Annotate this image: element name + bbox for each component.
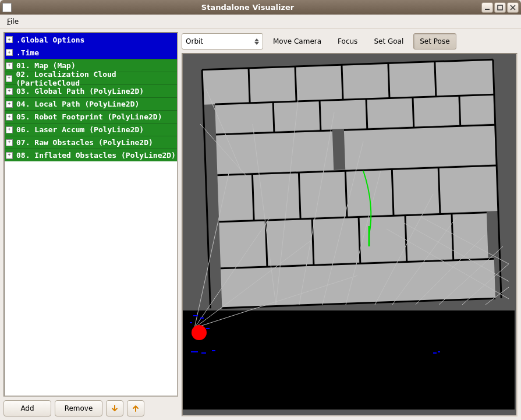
add-button[interactable]: Add (3, 400, 51, 417)
tree-row-label: 01. Map (Map) (16, 61, 76, 70)
tree-row-label: 06. Laser Accum (PolyLine2D) (16, 125, 144, 134)
expand-icon[interactable]: + (6, 114, 13, 121)
tree-row[interactable]: +05. Robot Footprint (PolyLine2D) (5, 110, 177, 123)
tree-row-label: 07. Raw Obstacles (PolyLine2D) (16, 138, 153, 147)
tree-row[interactable]: +04. Local Path (PolyLine2D) (5, 97, 177, 110)
set-pose-button[interactable]: Set Pose (413, 33, 456, 50)
tree-row-label: 02. Localization Cloud (ParticleCloud (16, 70, 176, 87)
tree-row-label: 03. Global Path (PolyLine2D) (16, 87, 144, 96)
move-camera-button[interactable]: Move Camera (267, 33, 328, 50)
expand-icon[interactable]: + (6, 88, 13, 95)
expand-icon[interactable]: + (6, 62, 13, 69)
viewport-3d[interactable] (182, 53, 518, 417)
tree-row[interactable]: +.Global Options (5, 33, 177, 46)
maximize-icon (497, 5, 503, 10)
svg-rect-36 (206, 328, 210, 329)
robot-marker (192, 325, 207, 340)
display-tree[interactable]: +.Global Options+.Time+01. Map (Map)+02.… (3, 32, 178, 397)
tree-row-label: 05. Robot Footprint (PolyLine2D) (16, 112, 162, 121)
move-down-button[interactable] (106, 400, 123, 417)
tree-row[interactable]: +07. Raw Obstacles (PolyLine2D) (5, 136, 177, 149)
expand-icon[interactable]: + (6, 36, 13, 43)
viewport-toolbar: Orbit Move Camera Focus Set Goal Set Pos… (182, 32, 518, 51)
tree-row-label: .Global Options (16, 36, 84, 44)
svg-rect-34 (200, 317, 204, 319)
expand-icon[interactable]: + (6, 49, 13, 56)
close-icon (510, 5, 516, 10)
svg-rect-9 (344, 123, 497, 170)
svg-rect-37 (191, 351, 198, 352)
svg-rect-39 (212, 350, 215, 351)
combo-arrows-icon (254, 38, 259, 45)
tree-row[interactable]: +06. Laser Accum (PolyLine2D) (5, 123, 177, 136)
right-panel: Orbit Move Camera Focus Set Goal Set Pos… (182, 32, 518, 417)
arrow-up-icon (132, 404, 140, 412)
app-icon (2, 3, 12, 12)
expand-icon[interactable]: + (6, 152, 13, 159)
svg-rect-8 (216, 129, 334, 174)
window-title: Standalone Visualizer (15, 3, 480, 12)
close-button[interactable] (507, 2, 519, 13)
expand-icon[interactable]: + (6, 75, 12, 82)
svg-rect-35 (190, 322, 192, 323)
left-panel: +.Global Options+.Time+01. Map (Map)+02.… (3, 32, 178, 417)
svg-rect-1 (498, 5, 502, 10)
tree-row-label: 04. Local Path (PolyLine2D) (16, 100, 139, 108)
remove-button[interactable]: Remove (55, 400, 102, 417)
camera-mode-select[interactable]: Orbit (182, 33, 263, 50)
expand-icon[interactable]: + (6, 139, 13, 146)
content: +.Global Options+.Time+01. Map (Map)+02.… (0, 29, 521, 420)
menubar: File (0, 15, 521, 29)
arrow-down-icon (111, 404, 119, 412)
tree-row-label: .Time (16, 48, 39, 57)
minimize-icon (484, 5, 490, 10)
titlebar: Standalone Visualizer (0, 0, 521, 15)
tree-row[interactable]: +08. Inflated Obstacles (PolyLine2D) (5, 149, 177, 161)
svg-rect-41 (438, 351, 440, 352)
tree-row[interactable]: +.Time (5, 46, 177, 59)
expand-icon[interactable]: + (6, 101, 13, 108)
svg-rect-33 (193, 315, 198, 316)
focus-button[interactable]: Focus (331, 33, 364, 50)
tree-button-row: Add Remove (3, 397, 178, 417)
expand-icon[interactable]: + (6, 126, 13, 133)
menu-file[interactable]: File (3, 16, 22, 27)
minimize-button[interactable] (481, 2, 493, 13)
svg-rect-10 (217, 164, 498, 221)
svg-rect-40 (433, 352, 437, 354)
maximize-button[interactable] (494, 2, 506, 13)
svg-rect-38 (201, 352, 206, 354)
svg-rect-4 (183, 310, 515, 410)
map-render (183, 54, 515, 410)
tree-row[interactable]: +02. Localization Cloud (ParticleCloud (5, 72, 177, 84)
tree-row-label: 08. Inflated Obstacles (PolyLine2D) (16, 151, 176, 160)
set-goal-button[interactable]: Set Goal (367, 33, 410, 50)
move-up-button[interactable] (127, 400, 144, 417)
